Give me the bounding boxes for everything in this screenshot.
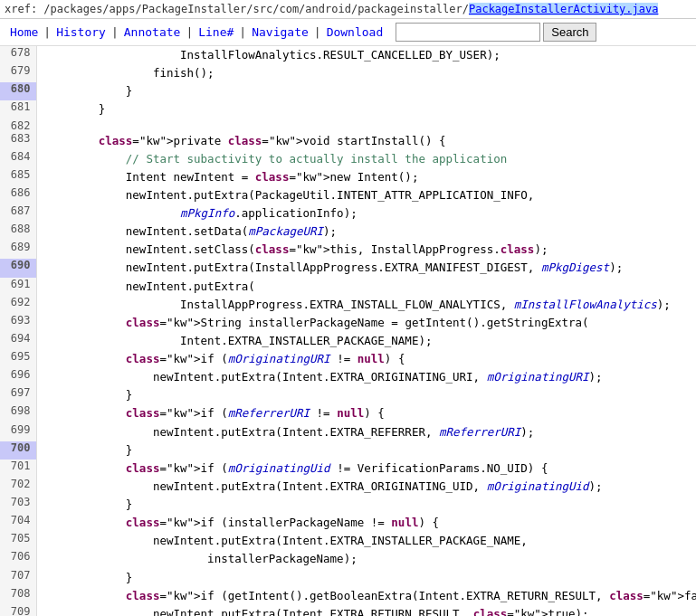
line-number[interactable]: 684 [0, 150, 36, 168]
nav-history[interactable]: History [51, 24, 111, 41]
line-number[interactable]: 708 [0, 587, 36, 605]
line-content: newIntent.putExtra(Intent.EXTRA_ORIGINAT… [36, 368, 696, 386]
line-content: class="kw">String installerPackageName =… [36, 314, 696, 332]
line-number[interactable]: 707 [0, 569, 36, 587]
table-row: 697 } [0, 386, 696, 404]
table-row: 706 installerPackageName); [0, 550, 696, 568]
line-content: } [36, 441, 696, 460]
line-number[interactable]: 678 [0, 46, 36, 64]
table-row: 700 } [0, 441, 696, 460]
line-content: class="kw">private class="kw">void start… [36, 132, 696, 150]
table-row: 707 } [0, 569, 696, 587]
table-row: 693 class="kw">String installerPackageNa… [0, 314, 696, 332]
nav-download[interactable]: Download [321, 24, 389, 41]
line-number[interactable]: 705 [0, 532, 36, 550]
table-row: 704 class="kw">if (installerPackageName … [0, 514, 696, 532]
table-row: 678 InstallFlowAnalytics.RESULT_CANCELLE… [0, 46, 696, 64]
nav-line-num[interactable]: Line# [193, 24, 239, 41]
line-content: newIntent.setClass(class="kw">this, Inst… [36, 241, 696, 259]
line-content: newIntent.putExtra(PackageUtil.INTENT_AT… [36, 186, 696, 204]
table-row: 685 Intent newIntent = class="kw">new In… [0, 168, 696, 186]
line-content: Intent newIntent = class="kw">new Intent… [36, 168, 696, 186]
line-content: class="kw">if (installerPackageName != n… [36, 514, 696, 532]
table-row: 687 mPkgInfo.applicationInfo); [0, 204, 696, 223]
line-number[interactable]: 699 [0, 423, 36, 441]
line-number[interactable]: 698 [0, 404, 36, 422]
line-content: newIntent.putExtra(Intent.EXTRA_RETURN_R… [36, 605, 696, 616]
line-number[interactable]: 688 [0, 223, 36, 241]
breadcrumb-path: xref: /packages/apps/PackageInstaller/sr… [5, 3, 469, 15]
line-number[interactable]: 681 [0, 100, 36, 118]
nav-annotate[interactable]: Annotate [119, 24, 186, 41]
line-number[interactable]: 693 [0, 314, 36, 332]
table-row: 683 class="kw">private class="kw">void s… [0, 132, 696, 150]
table-row: 692 InstallAppProgress.EXTRA_INSTALL_FLO… [0, 296, 696, 314]
line-number[interactable]: 702 [0, 478, 36, 496]
table-row: 698 class="kw">if (mReferrerURI != null)… [0, 404, 696, 422]
line-content: newIntent.putExtra( [36, 278, 696, 296]
search-input[interactable] [396, 23, 540, 42]
line-number[interactable]: 685 [0, 168, 36, 186]
table-row: 696 newIntent.putExtra(Intent.EXTRA_ORIG… [0, 368, 696, 386]
line-number[interactable]: 706 [0, 550, 36, 568]
line-number[interactable]: 697 [0, 386, 36, 404]
line-number[interactable]: 679 [0, 64, 36, 82]
table-row: 699 newIntent.putExtra(Intent.EXTRA_REFE… [0, 423, 696, 441]
line-content: class="kw">if (mOriginatingURI != null) … [36, 350, 696, 368]
line-number[interactable]: 700 [0, 441, 36, 460]
line-content: newIntent.putExtra(InstallAppProgress.EX… [36, 259, 696, 277]
line-content: class="kw">if (mReferrerURI != null) { [36, 404, 696, 422]
line-content: newIntent.putExtra(Intent.EXTRA_REFERRER… [36, 423, 696, 441]
line-number[interactable]: 694 [0, 332, 36, 350]
line-number[interactable]: 701 [0, 460, 36, 478]
line-content: InstallAppProgress.EXTRA_INSTALL_FLOW_AN… [36, 296, 696, 314]
line-number[interactable]: 689 [0, 241, 36, 259]
table-row: 705 newIntent.putExtra(Intent.EXTRA_INST… [0, 532, 696, 550]
table-row: 684 // Start subactivity to actually ins… [0, 150, 696, 168]
line-content: Intent.EXTRA_INSTALLER_PACKAGE_NAME); [36, 332, 696, 350]
table-row: 708 class="kw">if (getIntent().getBoolea… [0, 587, 696, 605]
line-content: } [36, 100, 696, 118]
line-number[interactable]: 687 [0, 204, 36, 223]
breadcrumb: xref: /packages/apps/PackageInstaller/sr… [0, 0, 696, 19]
line-content [36, 119, 696, 132]
table-row: 688 newIntent.setData(mPackageURI); [0, 223, 696, 241]
code-table: 678 InstallFlowAnalytics.RESULT_CANCELLE… [0, 46, 696, 616]
line-content: newIntent.putExtra(Intent.EXTRA_ORIGINAT… [36, 478, 696, 496]
line-content: InstallFlowAnalytics.RESULT_CANCELLED_BY… [36, 46, 696, 64]
nav-home[interactable]: Home [5, 24, 43, 41]
line-number[interactable]: 695 [0, 350, 36, 368]
line-content: newIntent.setData(mPackageURI); [36, 223, 696, 241]
line-number[interactable]: 709 [0, 605, 36, 616]
table-row: 690 newIntent.putExtra(InstallAppProgres… [0, 259, 696, 277]
line-content: } [36, 386, 696, 404]
line-number[interactable]: 704 [0, 514, 36, 532]
line-content: newIntent.putExtra(Intent.EXTRA_INSTALLE… [36, 532, 696, 550]
line-number[interactable]: 692 [0, 296, 36, 314]
line-number[interactable]: 682 [0, 119, 36, 132]
line-number[interactable]: 683 [0, 132, 36, 150]
line-number[interactable]: 691 [0, 278, 36, 296]
line-content: } [36, 496, 696, 514]
line-number[interactable]: 690 [0, 259, 36, 277]
search-button[interactable]: Search [543, 23, 596, 42]
line-number[interactable]: 696 [0, 368, 36, 386]
line-content: class="kw">if (getIntent().getBooleanExt… [36, 587, 696, 605]
table-row: 702 newIntent.putExtra(Intent.EXTRA_ORIG… [0, 478, 696, 496]
table-row: 679 finish(); [0, 64, 696, 82]
line-number[interactable]: 680 [0, 82, 36, 100]
line-content: } [36, 569, 696, 587]
code-area: 678 InstallFlowAnalytics.RESULT_CANCELLE… [0, 46, 696, 616]
breadcrumb-highlight[interactable]: PackageInstallerActivity.java [469, 3, 659, 15]
table-row: 680 } [0, 82, 696, 100]
line-number[interactable]: 703 [0, 496, 36, 514]
table-row: 689 newIntent.setClass(class="kw">this, … [0, 241, 696, 259]
table-row: 701 class="kw">if (mOriginatingUid != Ve… [0, 460, 696, 478]
table-row: 682 [0, 119, 696, 132]
nav-bar: Home | History | Annotate | Line# | Navi… [0, 19, 696, 46]
line-number[interactable]: 686 [0, 186, 36, 204]
line-content: finish(); [36, 64, 696, 82]
line-content: } [36, 82, 696, 100]
table-row: 694 Intent.EXTRA_INSTALLER_PACKAGE_NAME)… [0, 332, 696, 350]
nav-navigate[interactable]: Navigate [246, 24, 314, 41]
